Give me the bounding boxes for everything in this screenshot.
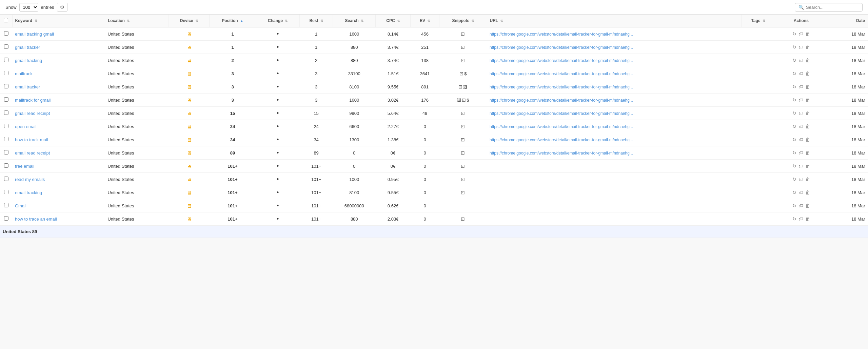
refresh-button[interactable]: ↻: [791, 189, 797, 196]
row-checkbox[interactable]: [4, 58, 8, 62]
th-search[interactable]: Search ⇅: [333, 15, 376, 27]
keyword-link[interactable]: how to track mail: [15, 137, 48, 142]
select-all-checkbox[interactable]: [4, 18, 8, 22]
url-link[interactable]: https://chrome.google.com/webstore/detai…: [490, 71, 633, 76]
tag-button[interactable]: 🏷: [797, 83, 804, 90]
delete-button[interactable]: 🗑: [804, 57, 811, 64]
refresh-button[interactable]: ↻: [791, 149, 797, 156]
delete-button[interactable]: 🗑: [804, 136, 811, 143]
th-location[interactable]: Location ⇅: [105, 15, 169, 27]
delete-button[interactable]: 🗑: [804, 149, 811, 156]
tag-button[interactable]: 🏷: [797, 110, 804, 117]
settings-button[interactable]: ⚙: [57, 3, 67, 12]
tag-button[interactable]: 🏷: [797, 163, 804, 169]
tag-button[interactable]: 🏷: [797, 44, 804, 50]
th-tags[interactable]: Tags ⇅: [741, 15, 775, 27]
delete-button[interactable]: 🗑: [804, 110, 811, 117]
tag-button[interactable]: 🏷: [797, 97, 804, 103]
entries-select[interactable]: 100 10 25 50: [19, 3, 38, 12]
keyword-link[interactable]: email tracker: [15, 84, 40, 89]
row-checkbox[interactable]: [4, 44, 8, 49]
delete-button[interactable]: 🗑: [804, 44, 811, 50]
th-url[interactable]: URL ⇅: [487, 15, 741, 27]
keyword-link[interactable]: how to trace an email: [15, 217, 57, 222]
row-checkbox[interactable]: [4, 71, 8, 75]
row-checkbox[interactable]: [4, 150, 8, 155]
keyword-link[interactable]: email read receipt: [15, 150, 50, 156]
tag-button[interactable]: 🏷: [797, 176, 804, 183]
delete-button[interactable]: 🗑: [804, 70, 811, 77]
keyword-link[interactable]: email tracking: [15, 190, 42, 195]
row-checkbox[interactable]: [4, 110, 8, 115]
th-keyword[interactable]: Keyword ⇅: [12, 15, 105, 27]
refresh-button[interactable]: ↻: [791, 97, 797, 103]
row-checkbox[interactable]: [4, 216, 8, 221]
refresh-button[interactable]: ↻: [791, 30, 797, 37]
refresh-button[interactable]: ↻: [791, 136, 797, 143]
delete-button[interactable]: 🗑: [804, 83, 811, 90]
refresh-button[interactable]: ↻: [791, 83, 797, 90]
delete-button[interactable]: 🗑: [804, 163, 811, 169]
row-checkbox[interactable]: [4, 190, 8, 194]
tag-button[interactable]: 🏷: [797, 57, 804, 64]
keyword-link[interactable]: free email: [15, 164, 34, 169]
tag-button[interactable]: 🏷: [797, 215, 804, 222]
url-link[interactable]: https://chrome.google.com/webstore/detai…: [490, 138, 633, 142]
th-position[interactable]: Position ▲: [209, 15, 256, 27]
keyword-link[interactable]: mailtrack for gmail: [15, 98, 51, 103]
row-checkbox[interactable]: [4, 163, 8, 168]
keyword-link[interactable]: gmail tracker: [15, 45, 40, 50]
keyword-link[interactable]: open email: [15, 124, 37, 129]
row-checkbox[interactable]: [4, 97, 8, 102]
row-checkbox[interactable]: [4, 203, 8, 207]
keyword-link[interactable]: gmail tracking: [15, 58, 42, 63]
th-snippets[interactable]: Snippets ⇅: [439, 15, 487, 27]
tag-button[interactable]: 🏷: [797, 30, 804, 37]
tag-button[interactable]: 🏷: [797, 123, 804, 130]
keyword-link[interactable]: email tracking gmail: [15, 32, 54, 37]
tag-button[interactable]: 🏷: [797, 189, 804, 196]
url-link[interactable]: https://chrome.google.com/webstore/detai…: [490, 151, 633, 156]
refresh-button[interactable]: ↻: [791, 176, 797, 183]
th-ev[interactable]: EV ⇅: [410, 15, 439, 27]
row-checkbox[interactable]: [4, 84, 8, 88]
url-link[interactable]: https://chrome.google.com/webstore/detai…: [490, 32, 633, 37]
tag-button[interactable]: 🏷: [797, 149, 804, 156]
row-checkbox[interactable]: [4, 31, 8, 36]
delete-button[interactable]: 🗑: [804, 30, 811, 37]
keyword-link[interactable]: gmail read receipt: [15, 111, 50, 116]
delete-button[interactable]: 🗑: [804, 97, 811, 103]
refresh-button[interactable]: ↻: [791, 163, 797, 169]
search-input[interactable]: [806, 5, 859, 10]
refresh-button[interactable]: ↻: [791, 202, 797, 209]
th-change[interactable]: Change ⇅: [256, 15, 300, 27]
refresh-button[interactable]: ↻: [791, 70, 797, 77]
url-link[interactable]: https://chrome.google.com/webstore/detai…: [490, 45, 633, 50]
th-device[interactable]: Device ⇅: [169, 15, 209, 27]
url-link[interactable]: https://chrome.google.com/webstore/detai…: [490, 98, 633, 103]
tag-button[interactable]: 🏷: [797, 202, 804, 209]
url-link[interactable]: https://chrome.google.com/webstore/detai…: [490, 85, 633, 89]
keyword-link[interactable]: mailtrack: [15, 71, 33, 76]
refresh-button[interactable]: ↻: [791, 123, 797, 130]
delete-button[interactable]: 🗑: [804, 202, 811, 209]
row-checkbox[interactable]: [4, 177, 8, 181]
th-cpc[interactable]: CPC ⇅: [376, 15, 411, 27]
refresh-button[interactable]: ↻: [791, 44, 797, 50]
tag-button[interactable]: 🏷: [797, 136, 804, 143]
row-checkbox[interactable]: [4, 137, 8, 141]
delete-button[interactable]: 🗑: [804, 215, 811, 222]
url-link[interactable]: https://chrome.google.com/webstore/detai…: [490, 111, 633, 116]
refresh-button[interactable]: ↻: [791, 57, 797, 64]
th-best[interactable]: Best ⇅: [300, 15, 333, 27]
keyword-link[interactable]: Gmail: [15, 203, 26, 208]
delete-button[interactable]: 🗑: [804, 123, 811, 130]
row-checkbox[interactable]: [4, 124, 8, 128]
keyword-link[interactable]: read my emails: [15, 177, 45, 182]
refresh-button[interactable]: ↻: [791, 215, 797, 222]
delete-button[interactable]: 🗑: [804, 176, 811, 183]
url-link[interactable]: https://chrome.google.com/webstore/detai…: [490, 124, 633, 129]
refresh-button[interactable]: ↻: [791, 110, 797, 117]
delete-button[interactable]: 🗑: [804, 189, 811, 196]
url-link[interactable]: https://chrome.google.com/webstore/detai…: [490, 58, 633, 63]
